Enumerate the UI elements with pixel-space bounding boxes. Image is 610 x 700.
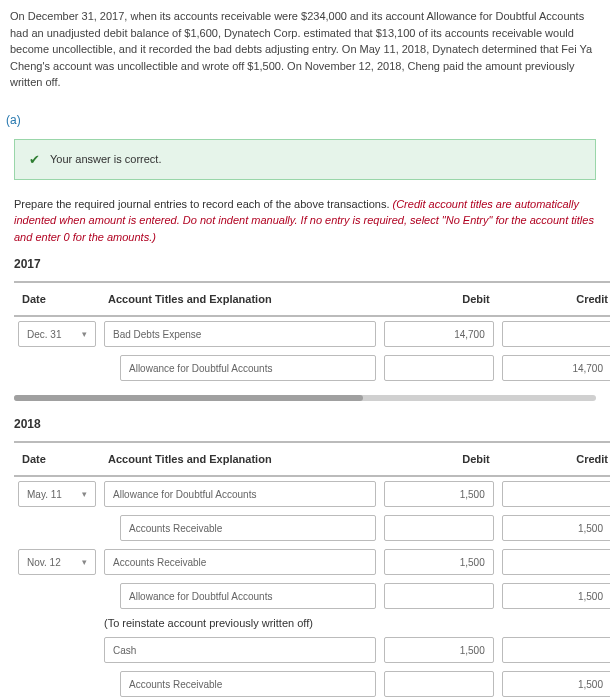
credit-input[interactable]: 14,700 <box>502 355 610 381</box>
account-input[interactable]: Cash <box>104 637 376 663</box>
table-header-row: Date Account Titles and Explanation Debi… <box>14 441 610 477</box>
date-select[interactable]: May. 11▾ <box>18 481 96 507</box>
date-select[interactable]: Dec. 31▾ <box>18 321 96 347</box>
debit-input[interactable] <box>384 515 494 541</box>
instructions-main: Prepare the required journal entries to … <box>14 198 393 210</box>
correct-message: Your answer is correct. <box>50 153 161 165</box>
journal-2018: Date Account Titles and Explanation Debi… <box>14 441 610 700</box>
check-icon: ✔ <box>29 152 40 167</box>
chevron-down-icon: ▾ <box>82 557 87 567</box>
credit-input[interactable]: 1,500 <box>502 515 610 541</box>
account-input[interactable]: Accounts Receivable <box>120 671 376 697</box>
table-row: Cash 1,500 <box>14 633 610 667</box>
debit-input[interactable]: 1,500 <box>384 637 494 663</box>
credit-input[interactable] <box>502 481 610 507</box>
table-row: Nov. 12▾ Accounts Receivable 1,500 <box>14 545 610 579</box>
credit-input[interactable] <box>502 321 610 347</box>
debit-input[interactable]: 1,500 <box>384 481 494 507</box>
table-header-row: Date Account Titles and Explanation Debi… <box>14 281 610 317</box>
instructions: Prepare the required journal entries to … <box>0 196 610 246</box>
col-acct-header: Account Titles and Explanation <box>100 441 380 477</box>
credit-input[interactable] <box>502 549 610 575</box>
account-input[interactable]: Allowance for Doubtful Accounts <box>120 583 376 609</box>
table-row: Allowance for Doubtful Accounts 14,700 <box>14 351 610 385</box>
table-row: Accounts Receivable 1,500 <box>14 667 610 700</box>
debit-input[interactable] <box>384 355 494 381</box>
account-input[interactable]: Allowance for Doubtful Accounts <box>104 481 376 507</box>
credit-input[interactable]: 1,500 <box>502 671 610 697</box>
chevron-down-icon: ▾ <box>82 329 87 339</box>
note-row: (To reinstate account previously written… <box>14 613 610 633</box>
table-row: May. 11▾ Allowance for Doubtful Accounts… <box>14 477 610 511</box>
debit-input[interactable]: 14,700 <box>384 321 494 347</box>
correct-banner: ✔ Your answer is correct. <box>14 139 596 180</box>
credit-input[interactable] <box>502 637 610 663</box>
col-debit-header: Debit <box>380 281 498 317</box>
debit-input[interactable] <box>384 671 494 697</box>
credit-input[interactable]: 1,500 <box>502 583 610 609</box>
col-credit-header: Credit <box>498 441 610 477</box>
date-value: May. 11 <box>27 489 62 500</box>
col-acct-header: Account Titles and Explanation <box>100 281 380 317</box>
horizontal-scrollbar[interactable] <box>14 395 596 401</box>
debit-input[interactable]: 1,500 <box>384 549 494 575</box>
col-date-header: Date <box>14 281 100 317</box>
col-date-header: Date <box>14 441 100 477</box>
table-row: Dec. 31▾ Bad Debts Expense 14,700 <box>14 317 610 351</box>
col-credit-header: Credit <box>498 281 610 317</box>
part-label: (a) <box>6 113 610 127</box>
year-2018-label: 2018 <box>0 405 610 437</box>
entry-note: (To reinstate account previously written… <box>100 613 610 633</box>
year-2017-label: 2017 <box>0 245 610 277</box>
account-input[interactable]: Accounts Receivable <box>120 515 376 541</box>
debit-input[interactable] <box>384 583 494 609</box>
date-select[interactable]: Nov. 12▾ <box>18 549 96 575</box>
account-input[interactable]: Allowance for Doubtful Accounts <box>120 355 376 381</box>
table-row: Accounts Receivable 1,500 <box>14 511 610 545</box>
chevron-down-icon: ▾ <box>82 489 87 499</box>
col-debit-header: Debit <box>380 441 498 477</box>
date-value: Dec. 31 <box>27 329 61 340</box>
table-row: Allowance for Doubtful Accounts 1,500 <box>14 579 610 613</box>
date-value: Nov. 12 <box>27 557 61 568</box>
problem-statement: On December 31, 2017, when its accounts … <box>0 0 610 99</box>
account-input[interactable]: Accounts Receivable <box>104 549 376 575</box>
journal-2017: Date Account Titles and Explanation Debi… <box>14 281 610 385</box>
account-input[interactable]: Bad Debts Expense <box>104 321 376 347</box>
problem-text: On December 31, 2017, when its accounts … <box>10 10 592 88</box>
